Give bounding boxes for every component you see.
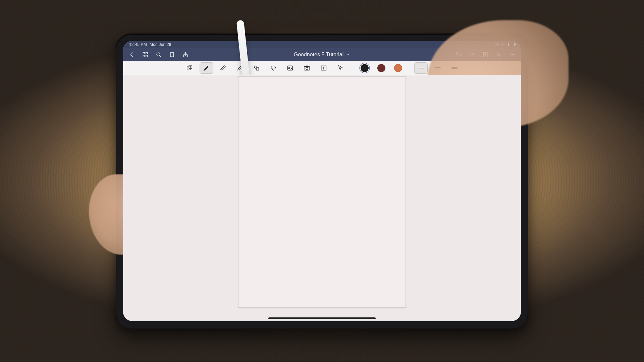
- text-tool[interactable]: [317, 62, 330, 74]
- svg-rect-0: [143, 52, 145, 54]
- lasso-tool[interactable]: [267, 62, 280, 74]
- ipad-frame: 12:45 PM Mon Jun 29 100%: [116, 34, 528, 328]
- shape-tool[interactable]: [250, 62, 263, 74]
- svg-rect-2: [143, 55, 145, 57]
- document-title-dropdown[interactable]: Goodnotes 5 Tutorial: [192, 52, 452, 58]
- status-date: Mon Jun 29: [150, 42, 171, 47]
- search-button[interactable]: [153, 49, 165, 60]
- color-black: [361, 64, 369, 72]
- camera-tool[interactable]: [300, 62, 314, 74]
- eraser-tool[interactable]: [216, 62, 230, 74]
- share-button[interactable]: [179, 49, 192, 60]
- ipad-screen: 12:45 PM Mon Jun 29 100%: [123, 41, 521, 321]
- color-dark-red: [377, 64, 385, 72]
- document-title: Goodnotes 5 Tutorial: [294, 52, 344, 58]
- svg-point-16: [289, 67, 290, 68]
- svg-rect-11: [189, 65, 192, 68]
- svg-point-18: [306, 67, 308, 69]
- home-indicator[interactable]: [268, 317, 376, 319]
- color-orange: [394, 64, 402, 72]
- color-swatch-3[interactable]: [391, 62, 405, 74]
- canvas-area[interactable]: [123, 75, 521, 321]
- battery-icon: [508, 43, 515, 46]
- pen-tool[interactable]: [200, 62, 213, 74]
- svg-rect-1: [146, 52, 148, 54]
- image-tool[interactable]: [283, 62, 297, 74]
- svg-rect-15: [288, 66, 293, 70]
- svg-rect-3: [146, 55, 148, 57]
- pointer-tool[interactable]: [334, 62, 347, 74]
- stroke-thin[interactable]: [414, 62, 428, 74]
- svg-point-14: [271, 66, 276, 69]
- chevron-down-icon: [345, 52, 350, 57]
- status-time: 12:45 PM: [129, 42, 147, 47]
- svg-point-4: [157, 53, 160, 56]
- notebook-page[interactable]: [238, 76, 406, 308]
- color-swatch-1[interactable]: [358, 62, 371, 74]
- bookmark-button[interactable]: [166, 49, 178, 60]
- zoom-tool[interactable]: [183, 62, 196, 74]
- color-swatch-2[interactable]: [375, 62, 388, 74]
- back-button[interactable]: [126, 49, 138, 60]
- thumbnails-button[interactable]: [139, 49, 151, 60]
